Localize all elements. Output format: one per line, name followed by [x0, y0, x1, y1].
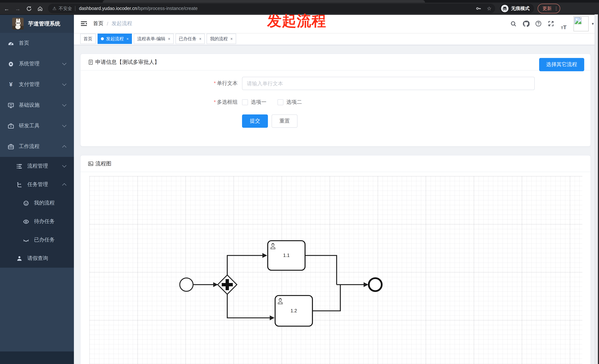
tab-start-process[interactable]: 发起流程 ×	[97, 34, 132, 44]
forward-icon[interactable]: →	[13, 4, 22, 13]
sidebar-item-devtools[interactable]: 研发工具	[0, 116, 74, 136]
apply-info-card-header: 申请信息【测试多审批人】 选择其它流程	[80, 54, 590, 70]
sidebar-item-todo-tasks[interactable]: 待办任务	[0, 212, 74, 231]
user-task-node-1-2[interactable]: 1.2	[275, 296, 312, 326]
sidebar-item-infra[interactable]: 基础设施	[0, 95, 74, 116]
apply-info-title: 申请信息【测试多审批人】	[95, 59, 160, 66]
help-icon[interactable]	[532, 17, 545, 30]
close-icon[interactable]: ×	[168, 37, 170, 41]
start-event-node[interactable]	[180, 278, 193, 291]
incognito-badge: 无痕模式	[500, 4, 534, 13]
close-icon[interactable]: ×	[199, 37, 202, 41]
dashboard-icon	[8, 40, 14, 46]
sidebar-item-label: 已办任务	[34, 237, 55, 243]
annotation-text: 发起流程	[267, 11, 326, 31]
flow-diagram-card: 流程图	[80, 155, 591, 364]
breadcrumb-home[interactable]: 首页	[93, 20, 104, 27]
submit-button[interactable]: 提交	[242, 114, 268, 128]
chevron-down-icon	[62, 163, 67, 168]
back-icon[interactable]: ←	[2, 4, 11, 13]
tab-form-edit[interactable]: 流程表单-编辑 ×	[134, 34, 174, 44]
chrome-menu-icon[interactable]: ⋮	[554, 6, 558, 11]
update-label: 更新	[542, 5, 552, 12]
url-host: dashboard.yudao.iocoder.cn	[79, 6, 137, 11]
font-size-icon[interactable]: TT	[557, 17, 570, 30]
sidebar: 芋道管理系统 首页	[0, 14, 74, 364]
bookmark-star-icon[interactable]: ☆	[487, 6, 492, 11]
face-icon	[23, 200, 29, 206]
bpmn-diagram: 1.1 1.2	[89, 176, 582, 364]
sidebar-item-label: 首页	[19, 40, 29, 47]
incognito-icon	[501, 5, 509, 12]
checkbox-option-2[interactable]: 选项二	[278, 99, 302, 106]
required-asterisk: *	[214, 80, 216, 86]
field-label: *多选框组	[80, 99, 238, 106]
single-line-text-input[interactable]	[242, 77, 535, 90]
page-content: 申请信息【测试多审批人】 选择其它流程 *单行文本	[74, 45, 599, 364]
gear-icon	[8, 61, 14, 67]
breadcrumb-separator: /	[107, 21, 108, 26]
close-icon[interactable]: ×	[126, 37, 129, 41]
sidebar-item-label: 待办任务	[34, 218, 55, 225]
sidebar-item-label: 请假查询	[27, 255, 48, 262]
scrollbar-edge	[598, 14, 599, 364]
main-area: 首页 / 发起流程	[74, 14, 599, 364]
bpmn-canvas[interactable]: 1.1 1.2	[89, 176, 582, 364]
task-label: 1.1	[283, 253, 290, 258]
sidebar-item-my-process[interactable]: 我的流程	[0, 194, 74, 212]
eye-open-icon	[23, 218, 29, 225]
tab-done-tasks[interactable]: 已办任务 ×	[176, 34, 205, 44]
sidebar-item-process-mgmt[interactable]: 流程管理	[0, 157, 74, 175]
not-secure-warning-icon: ⚠	[53, 6, 57, 11]
end-event-node[interactable]	[369, 278, 382, 291]
flow-branch-icon	[16, 181, 23, 188]
avatar[interactable]	[574, 16, 589, 31]
password-key-icon[interactable]	[476, 6, 482, 11]
workflow-submenu: 流程管理 任务管理	[0, 157, 74, 268]
user-task-node-1-1[interactable]: 1.1	[268, 241, 305, 270]
document-icon	[88, 59, 94, 65]
sidebar-bottom-strip	[0, 351, 74, 364]
close-icon[interactable]: ×	[230, 37, 233, 41]
sidebar-item-task-mgmt[interactable]: 任务管理	[0, 175, 74, 194]
checkbox-group-row: *多选框组 选项一 选项二	[80, 99, 590, 106]
update-button[interactable]: 更新 ⋮	[538, 4, 560, 13]
briefcase-icon	[8, 144, 14, 150]
sidebar-item-leave-query[interactable]: 请假查询	[0, 249, 74, 268]
sidebar-item-workflow[interactable]: 工作流程	[0, 136, 74, 157]
eye-closed-icon	[23, 237, 29, 243]
vertical-scrollbar[interactable]	[595, 14, 599, 364]
search-icon[interactable]	[507, 17, 520, 30]
tab-my-process[interactable]: 我的流程 ×	[207, 34, 236, 44]
github-icon[interactable]	[520, 17, 532, 30]
sidebar-item-payment[interactable]: ¥ 支付管理	[0, 74, 74, 95]
sidebar-item-system[interactable]: 系统管理	[0, 53, 74, 74]
chevron-down-icon	[62, 61, 67, 65]
apply-info-card: 申请信息【测试多审批人】 选择其它流程 *单行文本	[80, 53, 591, 147]
choose-other-process-button[interactable]: 选择其它流程	[539, 58, 584, 71]
picture-icon	[88, 161, 94, 166]
chevron-down-icon	[62, 123, 67, 127]
checkbox-option-1[interactable]: 选项一	[242, 99, 266, 106]
tags-view-bar: 首页 发起流程 × 流程表单-编辑 × 已办任务 × 我的流程 ×	[74, 33, 599, 45]
avatar-caret-icon[interactable]: ▾	[592, 21, 594, 26]
reset-button[interactable]: 重置	[272, 114, 298, 128]
checkbox-icon[interactable]	[242, 99, 248, 105]
home-icon[interactable]	[35, 4, 44, 13]
reload-icon[interactable]	[24, 4, 33, 13]
browser-tab[interactable]	[103, 0, 425, 3]
hamburger-fold-icon[interactable]	[80, 20, 87, 27]
parallel-gateway-node[interactable]	[218, 275, 237, 294]
sidebar-item-done-tasks[interactable]: 已办任务	[0, 231, 74, 249]
chevron-up-icon	[62, 183, 67, 187]
flow-diagram-card-header: 流程图	[80, 155, 590, 172]
checkbox-icon[interactable]	[278, 99, 283, 105]
fullscreen-icon[interactable]	[545, 17, 557, 30]
logo-row[interactable]: 芋道管理系统	[0, 14, 74, 33]
app-header: 首页 / 发起流程	[74, 14, 599, 33]
sidebar-item-label: 研发工具	[19, 123, 40, 129]
chevron-down-icon	[62, 82, 67, 86]
list-tree-icon	[16, 163, 23, 169]
tab-home[interactable]: 首页	[80, 34, 96, 44]
sidebar-item-home[interactable]: 首页	[0, 33, 74, 53]
